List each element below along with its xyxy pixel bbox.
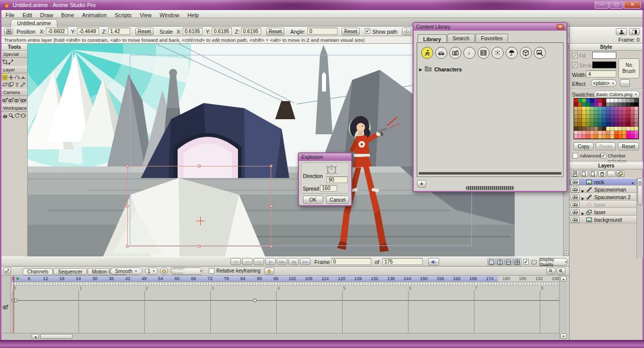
visibility-eyes-icon[interactable]: [571, 202, 580, 208]
swatch[interactable]: [602, 119, 606, 123]
pan-tilt-camera-tool[interactable]: [20, 97, 26, 103]
menu-item-bone[interactable]: Bone: [57, 12, 78, 19]
swatch[interactable]: [602, 135, 606, 139]
spread-field[interactable]: [320, 185, 337, 192]
swatch[interactable]: [598, 123, 602, 127]
swatch[interactable]: [630, 107, 634, 111]
menu-item-scripts[interactable]: Scripts: [111, 12, 136, 19]
scale-reset-button[interactable]: Reset: [266, 28, 284, 35]
swatch[interactable]: [634, 127, 638, 131]
expand-triangle-icon[interactable]: ▶: [581, 193, 585, 202]
vehicles-category-icon[interactable]: [435, 47, 447, 59]
scale-z-field[interactable]: [241, 28, 261, 35]
swatch[interactable]: [598, 103, 602, 107]
swatch[interactable]: [586, 131, 590, 135]
swatch[interactable]: [574, 135, 578, 139]
swatch[interactable]: [626, 119, 630, 123]
scenes-category-icon[interactable]: [506, 47, 518, 59]
ok-button[interactable]: OK: [303, 196, 323, 204]
swatch[interactable]: [582, 115, 586, 119]
swatch[interactable]: [610, 119, 614, 123]
duplicate-layer-tool[interactable]: [8, 81, 14, 88]
flip-horizontal-icon-button[interactable]: [402, 28, 411, 35]
swatch[interactable]: [610, 135, 614, 139]
swatch[interactable]: [606, 115, 610, 119]
swatch[interactable]: [622, 107, 626, 111]
layer-row[interactable]: laser: [570, 201, 636, 208]
swatch[interactable]: [618, 127, 622, 131]
swatch[interactable]: [622, 127, 626, 131]
translate-layer-tool[interactable]: [2, 74, 8, 80]
swatch[interactable]: [582, 123, 586, 127]
library-panel-icon-button[interactable]: [629, 28, 640, 35]
swatch[interactable]: [606, 107, 610, 111]
new-group-layer-button[interactable]: [580, 170, 588, 177]
maximize-button[interactable]: ▢: [609, 2, 623, 9]
swatch[interactable]: [574, 107, 578, 111]
scroll-up-icon[interactable]: ▲: [637, 179, 642, 184]
swatch[interactable]: [622, 103, 626, 107]
swatch[interactable]: [630, 111, 634, 115]
swatch[interactable]: [598, 99, 602, 103]
cycle-icon-button[interactable]: [160, 268, 168, 275]
images-category-icon[interactable]: [534, 47, 546, 59]
swatch[interactable]: [630, 119, 634, 123]
swatch[interactable]: [618, 115, 622, 119]
swatch[interactable]: [594, 115, 598, 119]
visibility-eyes-icon[interactable]: [571, 217, 580, 223]
swatch[interactable]: [614, 103, 618, 107]
selection-handle[interactable]: [198, 245, 201, 248]
step-back-button[interactable]: ◁◁: [254, 258, 264, 265]
swatch[interactable]: [614, 99, 618, 103]
scroll-up-icon[interactable]: ▲: [560, 276, 567, 282]
menu-item-draw[interactable]: Draw: [36, 12, 57, 19]
direction-field[interactable]: [327, 177, 348, 183]
eyedropper-tool[interactable]: [20, 81, 26, 88]
swatch[interactable]: [622, 115, 626, 119]
add-to-library-button[interactable]: +: [417, 180, 426, 188]
position-x-field[interactable]: [46, 28, 68, 35]
menu-item-file[interactable]: File: [2, 12, 19, 19]
flip-layer-tool[interactable]: A: [20, 74, 26, 80]
selection-handle[interactable]: [270, 164, 273, 167]
swatch[interactable]: [630, 131, 634, 135]
swatch[interactable]: [630, 123, 634, 127]
insert-text-tool[interactable]: T: [14, 81, 20, 88]
swatch[interactable]: [634, 131, 638, 135]
swatch[interactable]: [618, 123, 622, 127]
swatch[interactable]: [626, 103, 630, 107]
translate-layer-icon-button[interactable]: [4, 28, 13, 35]
particles-category-icon[interactable]: [492, 47, 504, 59]
two-vertical-view-button[interactable]: [496, 258, 504, 266]
swatch[interactable]: [614, 115, 618, 119]
paste-button[interactable]: Paste: [596, 142, 616, 150]
swatch[interactable]: [582, 103, 586, 107]
color-palette[interactable]: [574, 98, 639, 139]
swatch[interactable]: [598, 135, 602, 139]
swatch[interactable]: [622, 111, 626, 115]
add-point-tool[interactable]: [8, 74, 14, 80]
expand-triangle-icon[interactable]: ▶: [419, 67, 422, 72]
swatch[interactable]: [594, 103, 598, 107]
expand-triangle-icon[interactable]: ▶: [581, 208, 585, 217]
reset-button[interactable]: Reset: [618, 142, 639, 150]
layer-row[interactable]: ▶Spacewoman: [570, 186, 636, 193]
advanced-checkbox[interactable]: [573, 153, 578, 158]
swatch[interactable]: [590, 135, 594, 139]
current-frame-field[interactable]: [331, 258, 371, 265]
swatch[interactable]: [590, 103, 594, 107]
objects-3d-category-icon[interactable]: [520, 47, 532, 59]
swatch[interactable]: [594, 119, 598, 123]
tree-item-characters[interactable]: ▶ Characters: [419, 65, 561, 74]
timeline-tab-sequencer[interactable]: Sequencer: [53, 268, 87, 275]
document-tab[interactable]: Untitled.anime: [11, 19, 57, 27]
pan-workspace-tool[interactable]: [2, 112, 8, 119]
swatch[interactable]: [622, 119, 626, 123]
swatch[interactable]: [574, 123, 578, 127]
swatch[interactable]: [618, 131, 622, 135]
swatch[interactable]: [590, 99, 594, 103]
visibility-eyes-icon[interactable]: [571, 187, 580, 193]
layer-row[interactable]: ▶Spacewoman 2: [570, 193, 636, 201]
stroke-color-swatch[interactable]: [592, 61, 616, 68]
swatch[interactable]: [574, 119, 578, 123]
